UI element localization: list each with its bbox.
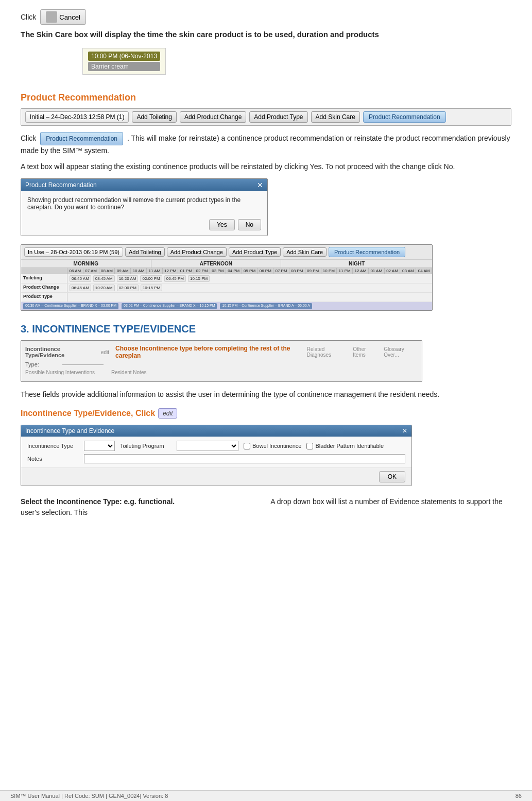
btn-add-product-change-1[interactable]: Add Product Change [180, 111, 246, 123]
inc-field-resident: Resident Notes [111, 370, 146, 375]
dialog-no-btn[interactable]: No [238, 219, 261, 230]
inc-type-form-label: Incontinence Type [27, 443, 79, 449]
time-cell-05pm: 05 PM [242, 268, 258, 274]
inc-bladder-pattern-label[interactable]: Bladder Pattern Identifiable [306, 443, 384, 449]
click-edit-row: Incontinence Type/Evidence, Click edit [21, 408, 511, 419]
click-cancel-row: Click Cancel [21, 9, 511, 25]
inc-notes-row: Notes [27, 454, 405, 463]
toileting-row: Toileting 06:45 AM 08:45 AM 10:20 AM 02:… [21, 274, 432, 283]
inc-toileting-select[interactable] [177, 441, 238, 451]
inc-type-select[interactable] [84, 441, 115, 451]
footer: SIM™ User Manual | Ref Code: SUM | GEN4_… [0, 790, 532, 801]
btn-add-product-type-2[interactable]: Add Product Type [229, 247, 281, 257]
time-cell-09am: 09 AM [115, 268, 131, 274]
dialog-body: Showing product recommendation will remo… [21, 191, 267, 216]
inline-product-recommendation-button[interactable]: Product Recommendation [40, 132, 123, 145]
btn-add-product-change-2[interactable]: Add Product Change [167, 247, 227, 257]
inc-type-label: Type: [25, 361, 56, 368]
time-header-row: 06 AM 07 AM 08 AM 09 AM 10 AM 11 AM 12 P… [21, 268, 432, 274]
product-change-time-3: 02:00 PM [117, 285, 139, 291]
click-label-2: Click [21, 134, 36, 142]
inc-dialog-close[interactable]: ✕ [402, 427, 407, 435]
dialog-close-btn[interactable]: ✕ [257, 181, 263, 189]
inc-field-related: Related Diagnoses [307, 346, 347, 358]
product-change-time-2: 10:20 AM [93, 285, 115, 291]
cancel-button-label: Cancel [59, 13, 80, 21]
dialog-yes-btn[interactable]: Yes [209, 219, 235, 230]
product-change-time-1: 06:45 AM [70, 285, 91, 291]
night-label: NIGHT [349, 261, 365, 266]
screenshot-product: Barrier cream [88, 62, 160, 71]
section-3-heading: 3. INCONTINENCE TYPE/EVIDENCE [21, 323, 511, 335]
time-cell-01pm: 01 PM [178, 268, 194, 274]
btn-add-skin-care-2[interactable]: Add Skin Care [283, 247, 327, 257]
btn-add-skin-care-1[interactable]: Add Skin Care [311, 111, 360, 123]
screenshot-time: 10:00 PM (06-Nov-2013 [88, 52, 160, 61]
product-change-time-4: 10:15 PM [141, 285, 162, 291]
inc-ok-button[interactable]: OK [379, 471, 405, 482]
dropdown-in-use[interactable]: In Use – 28-Oct-2013 06:19 PM (59) [24, 247, 123, 257]
inc-edit-inline: edit [101, 349, 109, 355]
time-cell-11pm: 11 PM [337, 268, 353, 274]
period-header: MORNING AFTERNOON NIGHT [21, 260, 432, 268]
btn-prod-rec-1[interactable]: Product Recommendation [363, 111, 446, 123]
time-cell-12am: 12 AM [353, 268, 369, 274]
footer-left: SIM™ User Manual | Ref Code: SUM | GEN4_… [10, 793, 168, 799]
inc-type-section-label: Incontinence Type/Evidence [25, 346, 95, 358]
time-cell-06am: 06 AM [67, 268, 83, 274]
toileting-time-4: 02:00 PM [140, 275, 162, 282]
product-type-row: Product Type [21, 293, 432, 302]
time-cell-08am: 08 AM [99, 268, 115, 274]
inc-nursing-row: Possible Nursing Interventions Resident … [25, 370, 418, 375]
toileting-time-1: 06:45 AM [70, 275, 91, 282]
time-cell-12pm: 12 PM [163, 268, 179, 274]
inc-bladder-checkbox[interactable] [306, 443, 313, 449]
time-cell-11am: 11 AM [147, 268, 163, 274]
dialog-title: Product Recommendation [25, 181, 97, 189]
inc-form-type-row: Incontinence Type Toileting Program Bowe… [27, 441, 405, 451]
edit-badge[interactable]: edit [158, 408, 177, 419]
product-rec-dialog: Product Recommendation ✕ Showing product… [21, 178, 268, 236]
cancel-button[interactable]: Cancel [40, 9, 85, 25]
product-change-label: Product Change [21, 283, 67, 292]
inc-notes-label: Notes [27, 456, 79, 462]
time-cell-08pm: 08 PM [289, 268, 305, 274]
incontinence-screenshot: Incontinence Type/Evidence edit Choose I… [21, 340, 422, 382]
bar-item-1: 06:30 AM – Continence Supplier – BRAND X… [23, 303, 118, 309]
dropdown-initial[interactable]: Initial – 24-Dec-2013 12:58 PM (1) [25, 111, 129, 123]
bar-item-3: 10:15 PM – Continence Supplier – BRAND A… [220, 303, 312, 309]
click-edit-heading: Incontinence Type/Evidence, Click [21, 409, 155, 418]
body-text-4-bold: Select the Incontinence Type: e.g. funct… [21, 497, 175, 506]
btn-add-toileting-2[interactable]: Add Toileting [125, 247, 165, 257]
toileting-content: 06:45 AM 08:45 AM 10:20 AM 02:00 PM 06:4… [67, 274, 432, 283]
toileting-time-6: 10:15 PM [188, 275, 210, 282]
inc-bowel-incontinence-label[interactable]: Bowel Incontinence [244, 443, 301, 449]
btn-add-product-type-1[interactable]: Add Product Type [249, 111, 307, 123]
night-period: NIGHT [281, 260, 432, 268]
click-label: Click [21, 13, 36, 21]
body-text-2: A text box will appear stating the exist… [21, 161, 511, 172]
inc-notes-input[interactable] [84, 454, 405, 463]
product-recommendation-heading: Product Recommendation [21, 92, 511, 103]
btn-add-toileting-1[interactable]: Add Toileting [132, 111, 177, 123]
bottom-body-text: Select the Incontinence Type: e.g. funct… [21, 496, 511, 518]
time-cell-04am: 04 AM [416, 268, 432, 274]
btn-prod-rec-2[interactable]: Product Recommendation [329, 247, 405, 257]
time-cells: 06 AM 07 AM 08 AM 09 AM 10 AM 11 AM 12 P… [67, 268, 432, 274]
skin-care-screenshot: 10:00 PM (06-Nov-2013 Barrier cream [82, 48, 166, 75]
incontinence-type-dialog: Incontinence Type and Evidence ✕ Inconti… [21, 425, 412, 486]
click-prod-rec-text: Click Product Recommendation . This will… [21, 132, 511, 156]
inc-dialog-body: Incontinence Type Toileting Program Bowe… [21, 437, 411, 468]
toileting-time-2: 08:45 AM [93, 275, 115, 282]
inc-field-glossary: Glossary Over... [384, 346, 418, 358]
dialog-title-bar: Product Recommendation ✕ [21, 179, 267, 191]
inc-bowel-checkbox[interactable] [244, 443, 250, 449]
skin-care-heading: The Skin Care box will display the time … [21, 30, 511, 39]
inc-dialog-title-bar: Incontinence Type and Evidence ✕ [21, 425, 411, 437]
time-cell-06pm: 06 PM [258, 268, 273, 274]
inc-dialog-footer: OK [21, 468, 411, 486]
toileting-label: Toileting [21, 274, 67, 283]
time-header-spacer [21, 268, 67, 274]
time-cell-04pm: 04 PM [226, 268, 242, 274]
body-text-3: These fields provide additional informat… [21, 389, 511, 400]
